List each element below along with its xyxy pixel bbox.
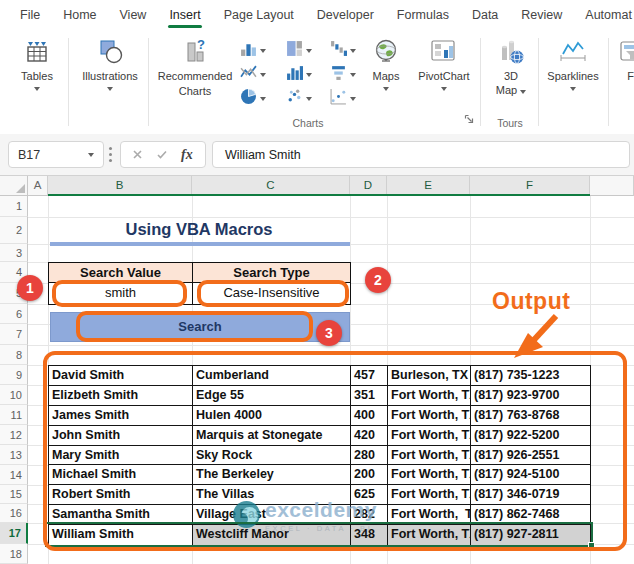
charts-dialog-launcher[interactable] [464, 110, 474, 128]
table-cell[interactable]: (817) 927-2811 [471, 525, 590, 545]
table-cell[interactable]: 457 [351, 366, 388, 385]
row-header-2[interactable]: 2 [0, 217, 28, 244]
insert-column-chart-button[interactable] [240, 40, 266, 61]
table-cell[interactable]: 282 [351, 505, 388, 524]
tab-file[interactable]: File [20, 8, 40, 22]
table-cell[interactable]: (817) 926-2551 [471, 446, 590, 465]
row-header-12[interactable]: 12 [0, 425, 28, 445]
formula-input[interactable]: William Smith [212, 141, 630, 168]
table-cell[interactable]: (817) 735-1223 [471, 366, 590, 385]
tab-home[interactable]: Home [63, 8, 96, 22]
tab-formulas[interactable]: Formulas [397, 8, 449, 22]
table-cell[interactable]: Fort Worth, TX [388, 465, 471, 484]
search-type-header-cell[interactable]: Search Type [193, 263, 350, 283]
row-header-13[interactable]: 13 [0, 445, 28, 465]
table-cell[interactable]: (817) 923-9700 [471, 386, 590, 405]
column-header-c[interactable]: C [192, 176, 350, 196]
name-box[interactable]: B17 [8, 141, 104, 168]
table-cell[interactable]: Samantha Smith [49, 505, 193, 524]
search-value-input-cell[interactable]: smith [49, 283, 193, 304]
column-header-e[interactable]: E [387, 176, 470, 196]
sparklines-button[interactable]: Sparklines [542, 36, 604, 91]
row-header-11[interactable]: 11 [0, 405, 28, 425]
table-cell[interactable]: The Berkeley [193, 465, 351, 484]
tab-developer[interactable]: Developer [317, 8, 374, 22]
column-header-d[interactable]: D [350, 176, 387, 196]
row-header-8[interactable]: 8 [0, 345, 28, 365]
column-header-a[interactable]: A [28, 176, 48, 196]
table-cell[interactable]: (817) 862-7468 [471, 505, 590, 524]
table-cell[interactable]: Fort Worth, TX [388, 406, 471, 425]
insert-pie-chart-button[interactable] [240, 88, 266, 109]
insert-scatter-chart-button[interactable] [286, 88, 312, 109]
table-cell[interactable]: Edge 55 [193, 386, 351, 405]
row-header-1[interactable]: 1 [0, 196, 28, 217]
insert-combo-chart-button[interactable] [330, 88, 356, 109]
table-cell[interactable]: 400 [351, 406, 388, 425]
row-header-7[interactable]: 7 [0, 324, 28, 345]
table-cell[interactable]: Marquis at Stonegate [193, 426, 351, 445]
table-cell[interactable]: Fort Worth, TX [388, 525, 471, 545]
column-header-g[interactable] [590, 176, 634, 196]
table-cell[interactable]: (817) 763-8768 [471, 406, 590, 425]
insert-waterfall-chart-button[interactable] [330, 40, 356, 61]
tab-review[interactable]: Review [521, 8, 562, 22]
select-all-corner[interactable] [0, 176, 28, 196]
table-cell[interactable]: Robert Smith [49, 485, 193, 504]
tables-button[interactable]: Tables [8, 36, 66, 91]
table-cell[interactable]: Village East [193, 505, 351, 524]
insert-hierarchy-chart-button[interactable] [286, 40, 312, 61]
row-header-10[interactable]: 10 [0, 385, 28, 405]
table-cell[interactable]: David Smith [49, 366, 193, 385]
table-cell[interactable]: John Smith [49, 426, 193, 445]
column-header-b[interactable]: B [48, 176, 192, 196]
active-cell-b17[interactable]: William Smith [49, 525, 193, 545]
search-type-input-cell[interactable]: Case-Insensitive [193, 283, 350, 304]
table-cell[interactable]: Michael Smith [49, 465, 193, 484]
table-cell[interactable]: Mary Smith [49, 446, 193, 465]
table-cell[interactable]: Fort Worth, TX [388, 446, 471, 465]
tab-page-layout[interactable]: Page Layout [224, 8, 294, 22]
table-cell[interactable]: Sky Rock [193, 446, 351, 465]
table-cell[interactable]: 351 [351, 386, 388, 405]
row-header-18[interactable]: 18 [0, 544, 28, 564]
search-value-header-cell[interactable]: Search Value [49, 263, 193, 283]
illustrations-button[interactable]: Illustrations [74, 36, 146, 91]
row-header-3[interactable]: 3 [0, 244, 28, 262]
3d-map-button[interactable]: 3D Map [486, 36, 536, 96]
tab-view[interactable]: View [120, 8, 147, 22]
table-cell[interactable]: Hulen 4000 [193, 406, 351, 425]
table-cell[interactable]: 625 [351, 485, 388, 504]
column-header-f[interactable]: F [470, 176, 590, 196]
filters-button[interactable]: Fil [613, 36, 634, 83]
table-cell[interactable]: 280 [351, 446, 388, 465]
row-header-15[interactable]: 15 [0, 485, 28, 504]
table-cell[interactable]: Fort Worth, TX [388, 386, 471, 405]
row-header-17[interactable]: 17 [0, 523, 28, 544]
tab-automate[interactable]: Automat [585, 8, 632, 22]
fill-handle[interactable] [588, 542, 595, 549]
table-cell[interactable]: James Smith [49, 406, 193, 425]
table-cell[interactable]: (817) 924-5100 [471, 465, 590, 484]
insert-line-chart-button[interactable] [240, 64, 266, 85]
table-cell[interactable]: Cumberland [193, 366, 351, 385]
recommended-charts-button[interactable]: ? Recommended Charts [152, 36, 238, 97]
row-header-14[interactable]: 14 [0, 465, 28, 485]
table-cell[interactable]: 348 [351, 525, 388, 545]
table-cell[interactable]: 420 [351, 426, 388, 445]
table-cell[interactable]: Burleson, TX 76 [388, 366, 471, 385]
table-cell[interactable]: Elizbeth Smith [49, 386, 193, 405]
table-cell[interactable]: 200 [351, 465, 388, 484]
insert-function-button[interactable]: fx [181, 147, 193, 163]
insert-funnel-chart-button[interactable] [330, 64, 356, 85]
search-button[interactable]: Search [50, 312, 350, 342]
table-cell[interactable]: Fort Worth, TX [388, 426, 471, 445]
table-cell[interactable]: Fort Worth, TX [388, 485, 471, 504]
row-header-16[interactable]: 16 [0, 504, 28, 523]
tab-insert[interactable]: Insert [169, 8, 200, 22]
insert-statistic-chart-button[interactable] [286, 64, 312, 85]
cancel-icon[interactable] [132, 146, 143, 164]
row-header-9[interactable]: 9 [0, 365, 28, 385]
maps-button[interactable]: Maps [360, 36, 412, 91]
table-cell[interactable]: Fort Worth, TX [388, 505, 471, 524]
